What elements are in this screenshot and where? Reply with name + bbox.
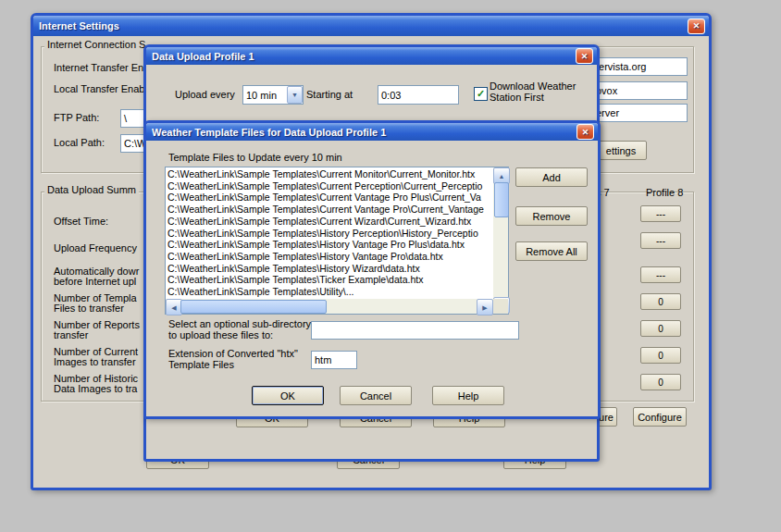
subdir-label-line1: Select an optional sub-directory bbox=[168, 318, 311, 329]
ftp-path-label: FTP Path: bbox=[54, 112, 99, 123]
profile8-current-button[interactable]: 0 bbox=[640, 347, 681, 364]
chevron-down-icon[interactable]: ▼ bbox=[287, 86, 303, 104]
weather-template-files-dialog: Weather Template Files for Data Upload P… bbox=[143, 120, 601, 419]
settings-button[interactable]: ettings bbox=[595, 141, 647, 160]
num-historic-label-line2: Data Images to tra bbox=[54, 383, 138, 394]
add-button[interactable]: Add bbox=[515, 167, 588, 187]
upload-every-value: 10 min bbox=[243, 90, 287, 101]
vertical-scroll-thumb[interactable] bbox=[494, 182, 509, 217]
close-icon[interactable]: ✕ bbox=[688, 19, 705, 34]
profile8-configure-button[interactable]: Configure bbox=[633, 407, 687, 427]
download-first-label-line1: Download Weather bbox=[490, 80, 576, 92]
list-item[interactable]: C:\WeatherLink\Sample Templates\Current … bbox=[167, 192, 493, 204]
num-current-label-line2: Images to transfer bbox=[54, 356, 136, 367]
ok-button[interactable]: OK bbox=[252, 386, 324, 405]
profile8-offset-button[interactable]: --- bbox=[640, 205, 681, 222]
close-icon[interactable]: ✕ bbox=[576, 48, 593, 64]
vertical-scrollbar[interactable]: ▲ ▼ bbox=[493, 167, 508, 314]
subdir-input[interactable] bbox=[311, 321, 519, 340]
upload-every-dropdown[interactable]: 10 min ▼ bbox=[242, 85, 304, 105]
cancel-button[interactable]: Cancel bbox=[340, 386, 412, 405]
list-item[interactable]: C:\WeatherLink\Sample Templates\History … bbox=[167, 251, 493, 263]
profile8-historic-button[interactable]: 0 bbox=[640, 374, 681, 390]
extension-label-line1: Extension of Converted "htx" bbox=[168, 348, 298, 359]
window-title: Internet Settings bbox=[39, 20, 688, 31]
upload-every-label: Upload every bbox=[175, 89, 235, 100]
list-item[interactable]: C:\WeatherLink\Sample Templates\Current … bbox=[167, 204, 493, 216]
scroll-right-icon[interactable]: ▶ bbox=[477, 299, 493, 315]
starting-at-field[interactable]: 0:03 bbox=[378, 85, 459, 105]
download-first-checkbox[interactable]: ✓ bbox=[474, 87, 488, 101]
remove-button[interactable]: Remove bbox=[515, 206, 588, 226]
ftp-server-field[interactable]: ovox bbox=[592, 81, 688, 100]
local-path-label: Local Path: bbox=[54, 137, 105, 148]
template-files-list: C:\WeatherLink\Sample Templates\Current … bbox=[167, 168, 493, 299]
remove-all-button[interactable]: Remove All bbox=[515, 241, 588, 261]
num-templates-label-line2: Files to transfer bbox=[54, 303, 124, 314]
list-item[interactable]: C:\WeatherLink\Sample Templates\History … bbox=[167, 239, 493, 251]
list-item[interactable]: C:\WeatherLink\Sample Templates\Current … bbox=[167, 168, 493, 180]
internet-connection-group-label: Internet Connection S bbox=[44, 39, 148, 50]
extension-label-line2: Template Files bbox=[168, 359, 234, 370]
list-item[interactable]: C:\WeatherLink\Sample Templates\History … bbox=[167, 228, 493, 240]
template-files-listbox[interactable]: C:\WeatherLink\Sample Templates\Current … bbox=[165, 167, 509, 315]
data-upload-profile-titlebar[interactable]: Data Upload Profile 1 ✕ bbox=[146, 47, 597, 65]
web-address-field[interactable]: tervista.org bbox=[592, 57, 688, 76]
num-reports-label-line2: transfer bbox=[54, 329, 88, 340]
scrollbar-corner bbox=[493, 299, 508, 314]
server-field[interactable]: erver bbox=[592, 104, 688, 122]
data-upload-summary-label: Data Upload Summ bbox=[44, 184, 139, 195]
starting-at-label: Starting at bbox=[306, 89, 353, 100]
upload-frequency-label: Upload Frequency bbox=[54, 242, 137, 254]
profile8-reports-button[interactable]: 0 bbox=[640, 320, 681, 337]
weather-template-files-titlebar[interactable]: Weather Template Files for Data Upload P… bbox=[146, 123, 598, 141]
profile8-column-header: Profile 8 bbox=[646, 187, 683, 198]
profile8-templates-button[interactable]: 0 bbox=[640, 293, 681, 310]
dialog-title: Weather Template Files for Data Upload P… bbox=[152, 127, 576, 138]
horizontal-scrollbar[interactable]: ◀ ▶ bbox=[166, 299, 493, 314]
extension-input[interactable]: htm bbox=[311, 351, 357, 369]
desktop: Internet Settings ✕ Internet Connection … bbox=[0, 0, 781, 532]
download-first-label-line2: Station First bbox=[490, 92, 544, 103]
profile8-autodownload-button[interactable]: --- bbox=[640, 266, 681, 283]
horizontal-scroll-thumb[interactable] bbox=[180, 300, 327, 314]
list-item[interactable]: C:\WeatherLink\Sample Templates\Ticker E… bbox=[167, 274, 493, 286]
dialog-title: Data Upload Profile 1 bbox=[152, 51, 576, 62]
auto-download-label-line2: before Internet upl bbox=[54, 276, 136, 287]
list-item[interactable]: C:\WeatherLink\Sample Templates\Utility\… bbox=[167, 286, 493, 298]
list-item[interactable]: C:\WeatherLink\Sample Templates\Current … bbox=[167, 216, 493, 228]
template-files-list-label: Template Files to Update every 10 min bbox=[168, 152, 342, 163]
offset-time-label: Offset Time: bbox=[54, 216, 108, 227]
subdir-label-line2: to upload these files to: bbox=[168, 329, 273, 340]
local-transfer-label: Local Transfer Enab bbox=[54, 83, 144, 94]
help-button[interactable]: Help bbox=[432, 386, 504, 405]
close-icon[interactable]: ✕ bbox=[576, 124, 594, 140]
profile8-frequency-button[interactable]: --- bbox=[640, 232, 681, 249]
list-item[interactable]: C:\WeatherLink\Sample Templates\History … bbox=[167, 263, 493, 275]
internet-transfer-label: Internet Transfer En bbox=[54, 62, 143, 73]
internet-settings-titlebar[interactable]: Internet Settings ✕ bbox=[33, 16, 709, 36]
list-item[interactable]: C:\WeatherLink\Sample Templates\Current … bbox=[167, 180, 493, 192]
